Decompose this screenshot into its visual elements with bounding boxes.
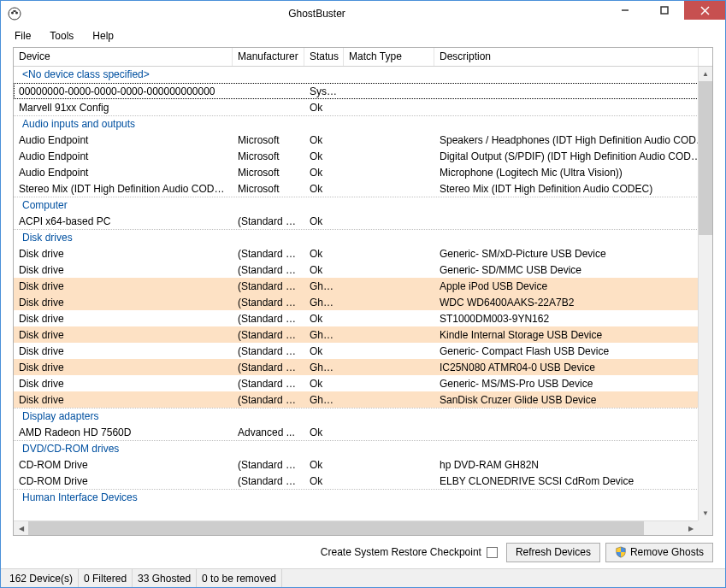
maximize-button[interactable] xyxy=(645,1,684,20)
menubar: File Tools Help xyxy=(1,26,725,45)
cell-manufacturer: (Standard di... xyxy=(233,263,304,277)
device-row[interactable]: Disk drive(Standard di...GhostedIC25N080… xyxy=(14,359,712,375)
cell-manufacturer: (Standard c... xyxy=(233,215,304,228)
device-grid: Device Manufacturer Status Match Type De… xyxy=(13,47,713,536)
device-row[interactable]: Marvell 91xx ConfigOk xyxy=(14,99,712,115)
device-row[interactable]: Audio EndpointMicrosoftOkDigital Output … xyxy=(14,148,712,164)
scroll-left-button[interactable]: ◀ xyxy=(14,521,28,535)
svg-point-0 xyxy=(9,8,21,20)
minimize-button[interactable] xyxy=(605,1,645,20)
device-row[interactable]: CD-ROM Drive(Standard C...Okhp DVD-RAM G… xyxy=(14,456,712,473)
cell-description: IC25N080 ATMR04-0 USB Device xyxy=(434,361,712,374)
cell-manufacturer: (Standard di... xyxy=(233,344,304,358)
grid-header: Device Manufacturer Status Match Type De… xyxy=(14,48,712,67)
menu-tools[interactable]: Tools xyxy=(41,28,82,44)
device-row[interactable]: CD-ROM Drive(Standard C...OkELBY CLONEDR… xyxy=(14,473,712,489)
device-row[interactable]: ACPI x64-based PC(Standard c...Ok xyxy=(14,213,712,229)
cell-device: Disk drive xyxy=(14,393,233,407)
cell-device: Disk drive xyxy=(14,377,233,391)
device-row[interactable]: Disk drive(Standard di...OkGeneric- SM/x… xyxy=(14,245,712,262)
cell-device: Disk drive xyxy=(14,263,233,277)
cell-description: Stereo Mix (IDT High Definition Audio CO… xyxy=(434,182,712,196)
cell-status: Ok xyxy=(304,150,344,163)
checkpoint-label-text: Create System Restore Checkpoint xyxy=(321,546,481,558)
titlebar[interactable]: GhostBuster xyxy=(1,1,725,26)
scroll-corner xyxy=(698,520,712,535)
device-row[interactable]: Disk drive(Standard di...OkST1000DM003-9… xyxy=(14,310,712,326)
device-row[interactable]: Disk drive(Standard di...GhostedWDC WD64… xyxy=(14,294,712,310)
cell-manufacturer: (Standard di... xyxy=(233,279,304,293)
remove-ghosts-button[interactable]: Remove Ghosts xyxy=(605,543,713,562)
cell-description: Microphone (Logitech Mic (Ultra Vision)) xyxy=(434,166,712,179)
cell-manufacturer: Microsoft xyxy=(233,182,304,196)
cell-status: Ok xyxy=(304,263,344,277)
device-row[interactable]: 00000000-0000-0000-0000-000000000000Syst… xyxy=(14,83,712,99)
cell-status: Ok xyxy=(304,474,344,488)
cell-device: Audio Endpoint xyxy=(14,133,233,147)
device-row[interactable]: Disk drive(Standard di...OkGeneric- Comp… xyxy=(14,343,712,359)
remove-label: Remove Ghosts xyxy=(630,546,704,558)
device-row[interactable]: Audio EndpointMicrosoftOkMicrophone (Log… xyxy=(14,164,712,180)
window-title: GhostBuster xyxy=(28,8,605,20)
cell-description: Generic- MS/MS-Pro USB Device xyxy=(434,377,712,391)
col-description[interactable]: Description xyxy=(434,48,699,66)
vscroll-thumb[interactable] xyxy=(699,81,712,235)
uac-shield-icon xyxy=(615,546,627,558)
refresh-label: Refresh Devices xyxy=(516,546,591,558)
group-header[interactable]: Audio inputs and outputs xyxy=(14,115,712,132)
cell-description: SanDisk Cruzer Glide USB Device xyxy=(434,393,712,407)
cell-device: Disk drive xyxy=(14,247,233,261)
cell-manufacturer: Microsoft xyxy=(233,166,304,179)
cell-description: hp DVD-RAM GH82N xyxy=(434,458,712,472)
cell-device: CD-ROM Drive xyxy=(14,474,233,488)
cell-description xyxy=(434,107,712,109)
cell-match xyxy=(344,480,434,482)
group-header[interactable]: Disk drives xyxy=(14,229,712,245)
scroll-up-button[interactable]: ▲ xyxy=(699,67,712,81)
scroll-right-button[interactable]: ▶ xyxy=(683,521,698,535)
cell-description: WDC WD6400AAKS-22A7B2 xyxy=(434,296,712,309)
cell-match xyxy=(344,220,434,222)
group-header[interactable]: <No device class specified> xyxy=(14,67,712,83)
device-row[interactable]: AMD Radeon HD 7560DAdvanced ...Ok xyxy=(14,424,712,440)
cell-device: Audio Endpoint xyxy=(14,166,233,179)
hscroll-thumb[interactable] xyxy=(28,521,644,535)
checkpoint-checkbox[interactable] xyxy=(487,547,498,558)
cell-device: Disk drive xyxy=(14,296,233,309)
cell-status: Ok xyxy=(304,426,344,439)
device-row[interactable]: Disk drive(Standard di...GhostedKindle I… xyxy=(14,326,712,343)
cell-manufacturer: (Standard di... xyxy=(233,361,304,374)
col-manufacturer[interactable]: Manufacturer xyxy=(233,48,304,66)
col-device[interactable]: Device xyxy=(14,48,233,66)
cell-device: CD-ROM Drive xyxy=(14,458,233,472)
close-button[interactable] xyxy=(684,1,725,20)
device-row[interactable]: Disk drive(Standard di...GhostedSanDisk … xyxy=(14,391,712,408)
device-row[interactable]: Disk drive(Standard di...GhostedApple iP… xyxy=(14,278,712,294)
group-header[interactable]: Computer xyxy=(14,197,712,213)
cell-device: ACPI x64-based PC xyxy=(14,215,233,228)
refresh-button[interactable]: Refresh Devices xyxy=(506,543,600,562)
cell-match xyxy=(344,350,434,352)
device-row[interactable]: Disk drive(Standard di...OkGeneric- SD/M… xyxy=(14,262,712,278)
device-row[interactable]: Audio EndpointMicrosoftOkSpeakers / Head… xyxy=(14,132,712,148)
cell-status: Ghosted xyxy=(304,328,344,342)
col-match-type[interactable]: Match Type xyxy=(344,48,434,66)
col-status[interactable]: Status xyxy=(304,48,344,66)
checkpoint-checkbox-label[interactable]: Create System Restore Checkpoint xyxy=(321,546,498,558)
group-header[interactable]: Display adapters xyxy=(14,408,712,424)
cell-description: Kindle Internal Storage USB Device xyxy=(434,328,712,342)
device-row[interactable]: Disk drive(Standard di...OkGeneric- MS/M… xyxy=(14,375,712,391)
cell-device: Stereo Mix (IDT High Definition Audio CO… xyxy=(14,182,233,196)
horizontal-scrollbar[interactable]: ◀ ▶ xyxy=(14,520,698,535)
group-header[interactable]: DVD/CD-ROM drives xyxy=(14,440,712,456)
menu-file[interactable]: File xyxy=(6,28,39,44)
vertical-scrollbar[interactable]: ▲ ▼ xyxy=(698,67,712,520)
cell-device: 00000000-0000-0000-0000-000000000000 xyxy=(14,85,233,98)
cell-match xyxy=(344,107,434,109)
device-row[interactable]: Stereo Mix (IDT High Definition Audio CO… xyxy=(14,180,712,197)
group-header[interactable]: Human Interface Devices xyxy=(14,489,712,505)
menu-help[interactable]: Help xyxy=(84,28,122,44)
cell-match xyxy=(344,172,434,173)
cell-match xyxy=(344,139,434,141)
scroll-down-button[interactable]: ▼ xyxy=(699,506,712,520)
